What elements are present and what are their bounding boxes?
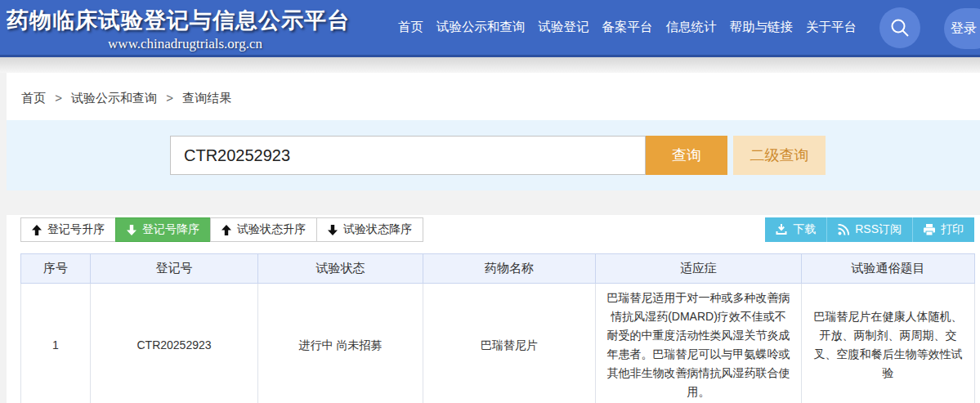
cell-public-title: 巴瑞替尼片在健康人体随机、开放、两制剂、两周期、交叉、空腹和餐后生物等效性试验	[802, 284, 975, 403]
nav-about-platform[interactable]: 关于平台	[806, 19, 857, 36]
table-row[interactable]: 1 CTR20252923 进行中 尚未招募 巴瑞替尼片 巴瑞替尼适用于对一种或…	[21, 284, 975, 403]
page-content: 首页 > 试验公示和查询 > 查询结果 查询 二级查询 登记号升序 登记号降序	[7, 73, 980, 403]
section-gap	[7, 190, 980, 215]
cell-index: 1	[21, 284, 91, 403]
site-header: 药物临床试验登记与信息公示平台 www.chinadrugtrials.org.…	[0, 0, 980, 57]
sort-regno-asc-button[interactable]: 登记号升序	[20, 217, 116, 242]
arrow-up-icon	[222, 225, 231, 235]
results-table: 序号 登记号 试验状态 药物名称 适应症 试验通俗题目 1 CTR2025292…	[20, 253, 975, 403]
login-button[interactable]: 登录	[944, 8, 980, 49]
header-search-button[interactable]	[879, 7, 920, 48]
rss-icon	[838, 224, 849, 235]
col-public-title: 试验通俗题目	[802, 254, 975, 284]
rss-button[interactable]: RSS订阅	[826, 217, 912, 242]
results-toolbar: 登记号升序 登记号降序 试验状态升序 试验状态降序	[7, 217, 980, 242]
download-icon	[776, 224, 787, 235]
sort-regno-desc-button[interactable]: 登记号降序	[115, 217, 211, 242]
breadcrumb-trial-search[interactable]: 试验公示和查询	[71, 91, 157, 105]
login-label: 登录	[951, 20, 977, 38]
col-trial-status: 试验状态	[258, 254, 423, 284]
sort-button-group: 登记号升序 登记号降序 试验状态升序 试验状态降序	[20, 217, 423, 242]
print-label: 打印	[941, 222, 964, 237]
breadcrumb-home[interactable]: 首页	[21, 91, 46, 105]
nav-help-links[interactable]: 帮助与链接	[730, 19, 794, 36]
nav-trial-registration[interactable]: 试验登记	[539, 19, 589, 36]
breadcrumb-separator: >	[166, 91, 173, 105]
breadcrumb-separator: >	[55, 91, 62, 105]
col-index: 序号	[21, 254, 91, 284]
search-icon	[889, 17, 911, 38]
print-button[interactable]: 打印	[912, 217, 974, 242]
download-label: 下载	[793, 222, 816, 237]
sort-label: 登记号升序	[47, 222, 105, 237]
arrow-down-icon	[328, 225, 338, 235]
cell-trial-status: 进行中 尚未招募	[258, 284, 423, 403]
col-indication: 适应症	[596, 254, 802, 284]
site-url: www.chinadrugtrials.org.cn	[7, 36, 364, 52]
main-nav: 首页 试验公示和查询 试验登记 备案平台 信息统计 帮助与链接 关于平台	[398, 19, 857, 36]
sort-status-desc-button[interactable]: 试验状态降序	[316, 217, 423, 242]
secondary-query-button[interactable]: 二级查询	[733, 136, 826, 175]
search-input[interactable]	[170, 136, 646, 175]
breadcrumb-query-results: 查询结果	[182, 91, 231, 105]
arrow-up-icon	[32, 225, 42, 235]
col-drug-name: 药物名称	[423, 254, 596, 284]
search-section: 查询 二级查询	[7, 120, 980, 190]
results-card: 登记号升序 登记号降序 试验状态升序 试验状态降序	[7, 215, 980, 403]
breadcrumb: 首页 > 试验公示和查询 > 查询结果	[7, 73, 980, 120]
nav-info-statistics[interactable]: 信息统计	[666, 19, 717, 36]
nav-trial-publicity-search[interactable]: 试验公示和查询	[436, 19, 526, 36]
cell-drug-name: 巴瑞替尼片	[423, 284, 596, 403]
query-button[interactable]: 查询	[646, 136, 727, 175]
table-header-row: 序号 登记号 试验状态 药物名称 适应症 试验通俗题目	[21, 254, 975, 284]
cell-indication: 巴瑞替尼适用于对一种或多种改善病情抗风湿药(DMARD)疗效不佳或不耐受的中重度…	[596, 284, 802, 403]
sort-status-asc-button[interactable]: 试验状态升序	[210, 217, 317, 242]
arrow-down-icon	[127, 225, 136, 235]
action-button-group: 下载 RSS订阅 打印	[765, 217, 974, 242]
download-button[interactable]: 下载	[765, 217, 826, 242]
nav-filing-platform[interactable]: 备案平台	[602, 19, 653, 36]
sort-label: 试验状态降序	[343, 222, 412, 237]
cell-registration-no[interactable]: CTR20252923	[91, 284, 258, 403]
printer-icon	[924, 224, 935, 235]
rss-label: RSS订阅	[855, 222, 902, 237]
site-title: 药物临床试验登记与信息公示平台	[7, 6, 364, 35]
header-shadow	[0, 57, 980, 73]
sort-label: 登记号降序	[142, 222, 199, 237]
sort-label: 试验状态升序	[237, 222, 306, 237]
col-registration-no: 登记号	[91, 254, 258, 284]
brand: 药物临床试验登记与信息公示平台 www.chinadrugtrials.org.…	[0, 2, 364, 52]
nav-home[interactable]: 首页	[398, 19, 423, 36]
